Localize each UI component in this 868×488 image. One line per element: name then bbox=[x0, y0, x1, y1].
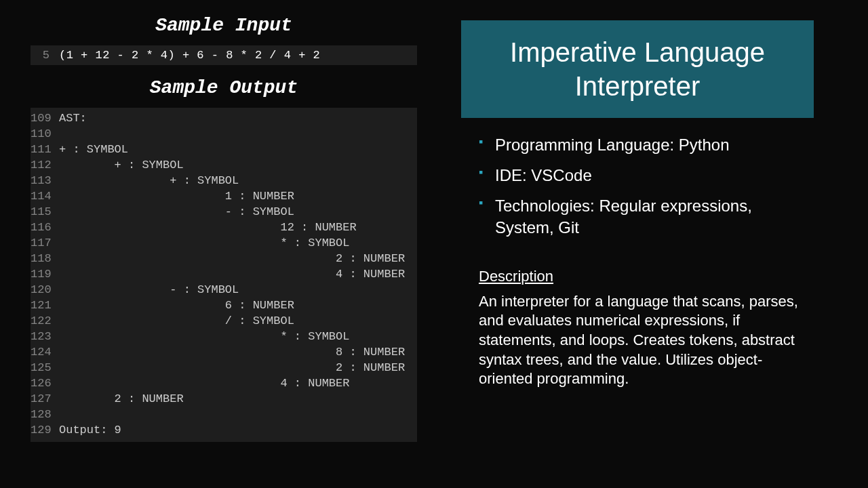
description-heading: Description bbox=[479, 268, 814, 285]
code-row: 123 * : SYMBOL bbox=[31, 329, 417, 344]
line-number: 118 bbox=[31, 251, 59, 266]
bullet-list: Programming Language: PythonIDE: VSCodeT… bbox=[461, 134, 814, 238]
code-text: 1 : NUMBER bbox=[59, 188, 294, 204]
code-text: 6 : NUMBER bbox=[59, 298, 294, 313]
code-text: 2 : NUMBER bbox=[59, 360, 405, 375]
code-text: 4 : NUMBER bbox=[59, 375, 349, 391]
line-number: 116 bbox=[31, 220, 59, 235]
code-text: - : SYMBOL bbox=[59, 282, 239, 298]
line-number: 121 bbox=[31, 298, 59, 313]
code-row: 109AST: bbox=[31, 110, 417, 126]
line-number: 5 bbox=[31, 47, 59, 63]
line-number: 112 bbox=[31, 157, 59, 173]
line-number: 119 bbox=[31, 266, 59, 282]
output-code-block: 109AST:110111+ : SYMBOL112 + : SYMBOL113… bbox=[31, 108, 417, 442]
code-row: 116 12 : NUMBER bbox=[31, 220, 417, 235]
code-text: * : SYMBOL bbox=[59, 235, 349, 251]
line-number: 126 bbox=[31, 375, 59, 391]
code-row: 112 + : SYMBOL bbox=[31, 157, 417, 173]
code-row: 115 - : SYMBOL bbox=[31, 204, 417, 220]
code-text: + : SYMBOL bbox=[59, 142, 128, 157]
line-number: 117 bbox=[31, 235, 59, 251]
line-number: 110 bbox=[31, 126, 59, 142]
code-text: / : SYMBOL bbox=[59, 313, 294, 329]
code-row: 117 * : SYMBOL bbox=[31, 235, 417, 251]
code-text: * : SYMBOL bbox=[59, 329, 349, 344]
code-row: 113 + : SYMBOL bbox=[31, 173, 417, 188]
code-row: 5 (1 + 12 - 2 * 4) + 6 - 8 * 2 / 4 + 2 bbox=[31, 47, 417, 63]
code-row: 119 4 : NUMBER bbox=[31, 266, 417, 282]
code-text: 8 : NUMBER bbox=[59, 344, 405, 360]
code-row: 120 - : SYMBOL bbox=[31, 282, 417, 298]
right-column: Imperative Language Interpreter Programm… bbox=[461, 20, 814, 389]
sample-output-heading: Sample Output bbox=[31, 77, 417, 98]
code-row: 114 1 : NUMBER bbox=[31, 188, 417, 204]
sample-input-heading: Sample Input bbox=[31, 15, 417, 36]
code-text: (1 + 12 - 2 * 4) + 6 - 8 * 2 / 4 + 2 bbox=[59, 47, 320, 63]
line-number: 128 bbox=[31, 407, 59, 422]
code-text: 12 : NUMBER bbox=[59, 220, 357, 235]
input-code-block: 5 (1 + 12 - 2 * 4) + 6 - 8 * 2 / 4 + 2 bbox=[31, 45, 417, 65]
code-row: 124 8 : NUMBER bbox=[31, 344, 417, 360]
line-number: 115 bbox=[31, 204, 59, 220]
code-row: 122 / : SYMBOL bbox=[31, 313, 417, 329]
code-row: 127 2 : NUMBER bbox=[31, 391, 417, 407]
code-row: 110 bbox=[31, 126, 417, 142]
line-number: 111 bbox=[31, 142, 59, 157]
line-number: 129 bbox=[31, 422, 59, 438]
line-number: 114 bbox=[31, 188, 59, 204]
line-number: 127 bbox=[31, 391, 59, 407]
line-number: 123 bbox=[31, 329, 59, 344]
line-number: 125 bbox=[31, 360, 59, 375]
bullet-item: IDE: VSCode bbox=[479, 165, 814, 186]
project-title: Imperative Language Interpreter bbox=[461, 20, 814, 118]
code-row: 121 6 : NUMBER bbox=[31, 298, 417, 313]
line-number: 124 bbox=[31, 344, 59, 360]
bullet-item: Technologies: Regular expressions, Syste… bbox=[479, 195, 814, 237]
code-text: 2 : NUMBER bbox=[59, 391, 184, 407]
code-row: 125 2 : NUMBER bbox=[31, 360, 417, 375]
code-text: AST: bbox=[59, 110, 87, 126]
description-body: An interpreter for a language that scans… bbox=[479, 292, 814, 389]
line-number: 109 bbox=[31, 110, 59, 126]
code-row: 128 bbox=[31, 407, 417, 422]
slide: Sample Input 5 (1 + 12 - 2 * 4) + 6 - 8 … bbox=[0, 0, 868, 488]
line-number: 120 bbox=[31, 282, 59, 298]
bullet-item: Programming Language: Python bbox=[479, 134, 814, 155]
line-number: 113 bbox=[31, 173, 59, 188]
code-text: + : SYMBOL bbox=[59, 173, 239, 188]
code-text: 2 : NUMBER bbox=[59, 251, 405, 266]
code-text: - : SYMBOL bbox=[59, 204, 294, 220]
code-row: 126 4 : NUMBER bbox=[31, 375, 417, 391]
code-row: 118 2 : NUMBER bbox=[31, 251, 417, 266]
code-text: Output: 9 bbox=[59, 422, 121, 438]
code-text: 4 : NUMBER bbox=[59, 266, 405, 282]
code-row: 111+ : SYMBOL bbox=[31, 142, 417, 157]
left-column: Sample Input 5 (1 + 12 - 2 * 4) + 6 - 8 … bbox=[31, 15, 417, 442]
code-row: 129Output: 9 bbox=[31, 422, 417, 438]
code-text: + : SYMBOL bbox=[59, 157, 184, 173]
line-number: 122 bbox=[31, 313, 59, 329]
